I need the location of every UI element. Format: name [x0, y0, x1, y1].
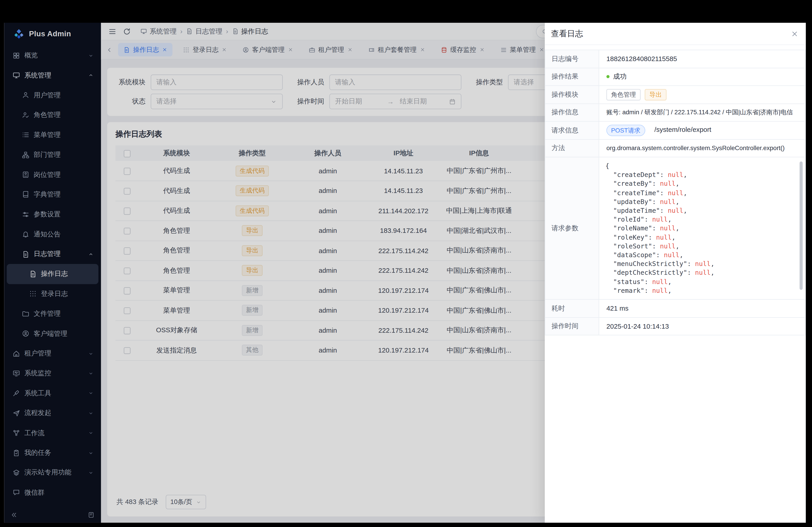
success-dot-icon	[607, 75, 610, 78]
detail-row-result: 操作结果成功	[545, 68, 806, 86]
detail-value: 账号: admin / 研发部门 / 222.175.114.242 / 中国|…	[599, 104, 806, 121]
detail-label: 操作信息	[545, 104, 599, 121]
close-drawer-button[interactable]	[791, 30, 798, 37]
log-detail-table: 日志编号1882612840802115585操作结果成功操作模块角色管理导出操…	[545, 49, 806, 335]
detail-value: 成功	[599, 68, 806, 86]
drawer-header: 查看日志	[545, 23, 806, 45]
detail-row-info: 操作信息账号: admin / 研发部门 / 222.175.114.242 /…	[545, 104, 806, 121]
detail-row-time: 操作时间2025-01-24 10:14:13	[545, 317, 806, 335]
app-window: Plus Admin 概览系统管理用户管理角色管理菜单管理部门管理岗位管理字典管…	[4, 23, 806, 523]
detail-label: 耗时	[545, 299, 599, 317]
detail-row-duration: 耗时421 ms	[545, 299, 806, 317]
detail-value: POST请求/system/role/export	[599, 121, 806, 139]
detail-value: 1882612840802115585	[599, 50, 806, 68]
detail-label: 请求信息	[545, 121, 599, 139]
detail-row-method: 方法org.dromara.system.controller.system.S…	[545, 139, 806, 157]
detail-label: 日志编号	[545, 50, 599, 68]
detail-value: org.dromara.system.controller.system.Sys…	[599, 139, 806, 157]
module-tag: 角色管理	[607, 89, 641, 100]
detail-value: { "createDept": null, "createBy": null, …	[599, 157, 806, 299]
drawer-body: 日志编号1882612840802115585操作结果成功操作模块角色管理导出操…	[545, 45, 806, 523]
detail-label: 操作时间	[545, 317, 599, 335]
detail-value: 421 ms	[599, 299, 806, 317]
screen: Plus Admin 概览系统管理用户管理角色管理菜单管理部门管理岗位管理字典管…	[0, 0, 812, 527]
detail-row-module: 操作模块角色管理导出	[545, 86, 806, 104]
detail-row-params: 请求参数{ "createDept": null, "createBy": nu…	[545, 157, 806, 299]
http-method-tag: POST请求	[607, 125, 645, 136]
detail-value: 2025-01-24 10:14:13	[599, 317, 806, 335]
module-tag: 导出	[644, 89, 666, 100]
detail-value: 角色管理导出	[599, 86, 806, 104]
request-url: /system/role/export	[654, 126, 711, 133]
log-detail-drawer: 查看日志 日志编号1882612840802115585操作结果成功操作模块角色…	[545, 23, 806, 523]
detail-label: 请求参数	[545, 157, 599, 299]
detail-label: 方法	[545, 139, 599, 157]
request-params-json[interactable]: { "createDept": null, "createBy": null, …	[599, 157, 805, 299]
scrollbar-thumb[interactable]	[800, 161, 803, 290]
detail-label: 操作结果	[545, 68, 599, 86]
drawer-title: 查看日志	[551, 28, 583, 39]
detail-label: 操作模块	[545, 86, 599, 104]
detail-row-log-id: 日志编号1882612840802115585	[545, 50, 806, 68]
status-text: 成功	[613, 73, 627, 80]
detail-row-request: 请求信息POST请求/system/role/export	[545, 121, 806, 139]
